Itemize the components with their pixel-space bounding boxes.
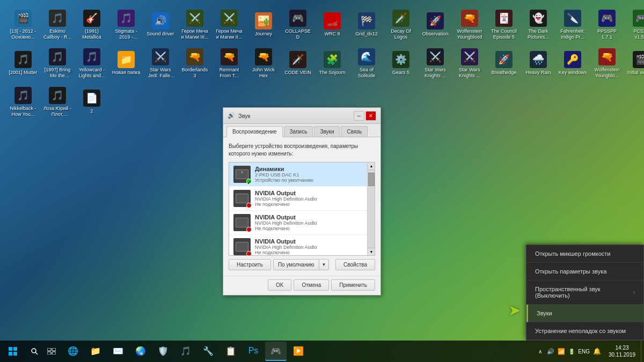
desktop-icon-21[interactable]: 🎵 [2001] Mutter [6,45,40,82]
desktop-icon-40[interactable]: 🎵 Nikkelback - How You... [6,84,40,120]
desktop-icon-22[interactable]: 🎵 [1997] Bring Me the Horizon - 2... [41,45,74,82]
desktop-icon-3[interactable]: 🎸 (1991) Metallica [75,6,108,43]
desktop-icon-17[interactable]: 🔪 Fahrenheit: Indigo Pr... [556,6,589,43]
taskbar-search-button[interactable] [26,341,43,362]
context-menu-item-spatial[interactable]: Пространственный звук (Выключить) › [526,280,643,305]
desktop-icon-30[interactable]: 🧩 The Sojourn [316,45,349,82]
taskbar-app-tool1[interactable]: 🔧 [197,342,219,361]
tray-battery-icon[interactable]: 🔋 [568,349,575,354]
task-view-button[interactable] [43,341,60,362]
desktop-icon-1[interactable]: 🎬 [13] - 2012 - Основно... [6,6,40,43]
desktop-icon-19[interactable]: 🎮 PCSX2 v1.5.0 [625,6,644,43]
device-list[interactable]: ✓ Динамики 2-PKD USB DAC K1 Устройство п… [229,162,375,256]
desktop-icon-42[interactable]: 📄 2 [75,84,108,120]
tab-playback[interactable]: Воспроизведение [226,126,283,137]
scroll-down-button[interactable]: ▼ [368,248,375,255]
desktop-icon-26[interactable]: 🔫 Borderlands 3 [178,45,211,82]
taskbar-app-media[interactable]: ▶️ [288,342,309,361]
device-icon-2 [233,190,251,207]
taskbar-app-game[interactable]: 🎮 [265,342,287,361]
taskbar-app-music[interactable]: 🎵 [175,342,196,361]
desktop-icon-29[interactable]: 🗡️ CODE VEIN [281,45,314,82]
device-item-4[interactable]: NVIDIA Output NVIDIA High Definition Aud… [229,235,367,256]
desktop-icon-11[interactable]: 🏁 Grid_dx12 [350,6,383,43]
desktop-icon-41[interactable]: 🎵 Лоза Юрий - Плот, Пилот... [41,84,74,120]
desktop-icon-14[interactable]: 🔫 Wolfenstein Youngblood [453,6,486,43]
desktop-icon-39[interactable]: 🎬 Initial video... [625,45,644,82]
desktop-icon-6[interactable]: ⚔️ Герои Меча и Магии III... [178,6,211,43]
desktop-icon-37[interactable]: 🔑 Key windows [556,45,589,82]
cancel-button[interactable]: Отмена [294,279,329,291]
desktop-icon-25[interactable]: ⚔️ Star Wars Jedi: Fallen Order [144,45,177,82]
desktop-icon-23[interactable]: 🎵 Yellowcard - Lights and... [75,45,108,82]
scrollbar[interactable]: ▲ ▼ [367,162,375,255]
default-dropdown[interactable]: По умолчанию ▼ [273,259,330,270]
status-badge-4 [246,251,252,256]
desktop-icon-27[interactable]: 🔫 Remnant From T... [213,45,246,82]
start-button[interactable] [0,341,26,362]
status-badge-2 [246,203,252,208]
scroll-up-button[interactable]: ▲ [368,162,375,170]
device-item-3[interactable]: NVIDIA Output NVIDIA High Definition Aud… [229,211,367,235]
desktop-icon-34[interactable]: ⚔️ Star Wars Knights ... [453,45,486,82]
context-menu[interactable]: Открыть микшер громкости Открыть парамет… [526,245,644,341]
tab-recording[interactable]: Запись [284,126,313,137]
taskbar-app-explorer[interactable]: 📁 [85,342,106,361]
tray-network-icon[interactable]: 📶 [558,348,565,355]
dialog-close-button[interactable]: ✕ [365,111,376,121]
desktop-icon-15[interactable]: 🃏 The Council Episode 5 [487,6,521,43]
sound-dialog[interactable]: 🔊 Звук ─ ✕ Воспроизведение Запись Звуки … [223,107,381,295]
scroll-thumb[interactable] [368,173,375,186]
desktop-icon-7[interactable]: ⚔️ Герои Меча и Магии II... [213,6,246,43]
tray-volume-icon[interactable]: 🔊 [547,348,554,355]
configure-button[interactable]: Настроить [229,259,271,270]
svg-rect-1 [13,347,17,351]
apply-button[interactable]: Применить [331,279,375,291]
device-item-1[interactable]: ✓ Динамики 2-PKD USB DAC K1 Устройство п… [229,162,367,187]
desktop-icon-4[interactable]: 🎵 Stigmata - 2019 - Кале... [109,6,143,43]
desktop-icon-36[interactable]: 🌧️ Heavy Rain [522,45,555,82]
desktop-icon-collapsed[interactable]: 🎮 COLLAPSED [281,6,314,43]
taskbar-app-mail[interactable]: ✉️ [107,342,129,361]
desktop-icon-28[interactable]: 🔫 John Wick Hex [247,45,280,82]
taskbar-app-edge[interactable]: 🌐 [62,342,84,361]
tray-notification-icon[interactable]: 🔔 [593,348,601,355]
desktop-icon-24[interactable]: 📁 Новая папка [109,45,143,82]
desktop-icon-8[interactable]: 🏜️ Journey [247,6,280,43]
taskbar-app-defender[interactable]: 🛡️ [152,342,174,361]
device-item-2[interactable]: NVIDIA Output NVIDIA High Definition Aud… [229,187,367,211]
context-menu-item-settings[interactable]: Открыть параметры звука [526,263,643,280]
desktop-icon-31[interactable]: 🌊 Sea of Solitude [350,45,383,82]
desktop-icon-2[interactable]: 🎵 Eskimo Callboy - R... [41,6,74,43]
tab-sounds[interactable]: Звуки [314,126,340,137]
taskbar-app-tool2[interactable]: 📋 [220,342,241,361]
context-menu-item-mixer[interactable]: Открыть микшер громкости [526,245,643,263]
default-button[interactable]: По умолчанию [274,260,319,270]
system-tray: ∧ 🔊 📶 🔋 ENG 🔔 [535,341,603,362]
windows-logo-icon [8,346,18,356]
taskbar-app-chrome[interactable]: 🌏 [130,342,151,361]
desktop-icon-35[interactable]: 🚀 Breathedge [487,45,521,82]
default-dropdown-arrow[interactable]: ▼ [319,260,329,270]
desktop-icon-38[interactable]: 🔫 Wolfenstein Youngblo... [590,45,624,82]
desktop-icon-13[interactable]: 🚀 Observation [419,6,452,43]
context-menu-item-troubleshoot[interactable]: Устранение неполадок со звуком [526,322,643,340]
desktop-icon-12[interactable]: 🗡️ Decay Of Logos [384,6,418,43]
dialog-minimize-button[interactable]: ─ [354,111,364,121]
tray-lang-button[interactable]: ENG [578,349,590,354]
desktop-icon-10[interactable]: 🏎️ WRC 8 [316,6,349,43]
desktop-icon-5[interactable]: 🔊 Sound driver [144,6,177,43]
taskbar-app-photoshop[interactable]: Ps [243,342,264,361]
desktop-icon-32[interactable]: ⚙️ Gears 5 [384,45,418,82]
desktop-icon-33[interactable]: ⚔️ Star Wars Knights ... [419,45,452,82]
device-sub2-2: Не подключено [255,202,363,207]
taskbar-clock[interactable]: 14:23 30.11.2019 [603,344,641,358]
ok-button[interactable]: OK [268,279,291,291]
context-menu-item-sounds[interactable]: Звуки [526,305,643,322]
tab-communications[interactable]: Связь [341,126,368,137]
tray-expand-button[interactable]: ∧ [537,349,544,354]
desktop-icon-18[interactable]: 🎮 PPSSPP 1.7.1 [590,6,624,43]
properties-button[interactable]: Свойства [335,259,375,270]
desktop-icon-16[interactable]: 👻 The Dark Pictures... [522,6,555,43]
show-desktop-button[interactable] [641,341,644,362]
